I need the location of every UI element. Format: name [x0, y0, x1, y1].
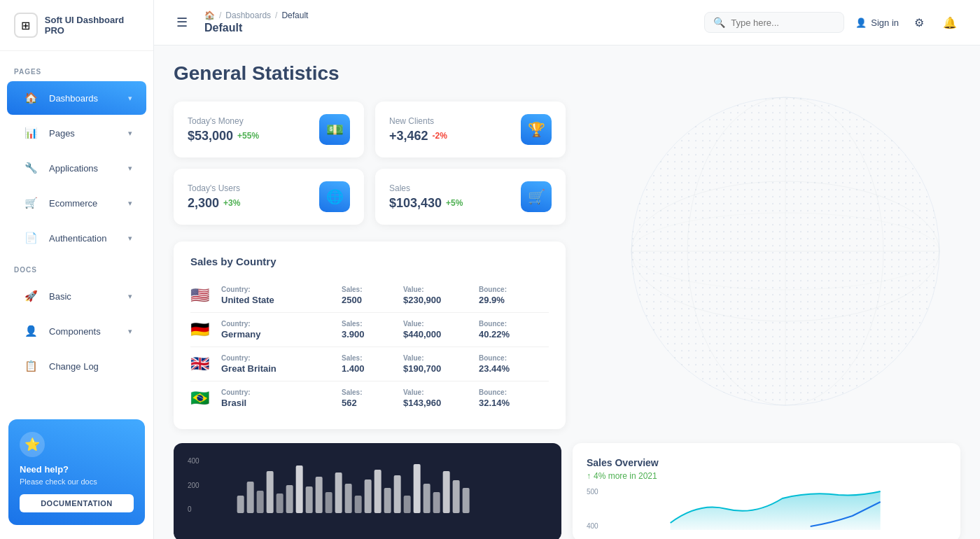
sidebar-item-components[interactable]: 👤 Components ▾ [7, 314, 146, 348]
svg-rect-21 [364, 479, 371, 513]
country-de-value: Value: $440,000 [403, 320, 473, 340]
svg-rect-19 [344, 484, 351, 513]
svg-rect-27 [423, 484, 430, 513]
svg-rect-31 [462, 488, 469, 513]
bar-chart-y-labels: 400 200 0 [188, 457, 200, 513]
country-de-info: Country: Germany [221, 320, 336, 340]
sign-in-label: Sign in [871, 18, 899, 28]
stat-card-sales: Sales $103,430 +5% 🛒 [375, 169, 566, 225]
sidebar-item-pages[interactable]: 📊 Pages ▾ [7, 116, 146, 150]
svg-rect-9 [246, 482, 253, 513]
stat-card-users: Today's Users 2,300 +3% 🌐 [174, 169, 364, 225]
user-icon: 👤 [855, 18, 867, 28]
flag-br: 🇧🇷 [190, 389, 216, 407]
sidebar-item-authentication[interactable]: 📄 Authentication ▾ [7, 221, 146, 255]
bar-chart-card: 400 200 0 [174, 443, 561, 539]
authentication-icon: 📄 [21, 228, 41, 248]
help-card-subtitle: Please check our docs [20, 477, 134, 486]
sidebar-section-docs: DOCS [0, 256, 153, 278]
help-card-star-icon: ⭐ [20, 432, 45, 457]
sidebar-item-changelog[interactable]: 📋 Change Log [7, 349, 146, 383]
sidebar-item-applications[interactable]: 🔧 Applications ▾ [7, 151, 146, 185]
stat-clients-label: New Clients [389, 116, 447, 126]
content-area: General Statistics Today's Money $53,000… [154, 46, 980, 539]
sidebar-item-ecommerce[interactable]: 🛒 Ecommerce ▾ [7, 186, 146, 220]
sidebar-item-dashboards-label: Dashboards [49, 93, 120, 104]
settings-button[interactable]: ⚙ [909, 12, 930, 33]
svg-rect-13 [286, 485, 293, 513]
flag-us: 🇺🇸 [190, 286, 216, 304]
country-br-sales: Sales: 562 [342, 388, 398, 408]
basic-chevron-icon: ▾ [128, 292, 132, 301]
bottom-charts-row: 400 200 0 [174, 443, 960, 539]
search-box[interactable]: 🔍 [704, 12, 844, 33]
stat-money-info: Today's Money $53,000 +55% [188, 116, 259, 144]
sidebar-item-basic-label: Basic [49, 291, 120, 302]
applications-icon: 🔧 [21, 158, 41, 178]
stat-money-badge: +55% [237, 131, 259, 141]
country-us-sales: Sales: 2500 [342, 286, 398, 305]
globe-decoration [610, 76, 974, 440]
svg-rect-23 [384, 488, 391, 513]
sidebar-item-basic[interactable]: 🚀 Basic ▾ [7, 279, 146, 313]
stat-card-money: Today's Money $53,000 +55% 💵 [174, 102, 364, 158]
svg-rect-15 [305, 486, 312, 513]
flag-gb: 🇬🇧 [190, 355, 216, 373]
search-input[interactable] [731, 18, 835, 28]
sales-chart-area: 500 400 [587, 488, 946, 530]
stat-sales-icon: 🛒 [521, 181, 552, 212]
notifications-button[interactable]: 🔔 [939, 12, 960, 33]
svg-rect-8 [237, 496, 244, 513]
svg-point-0 [631, 97, 939, 405]
changelog-icon: 📋 [21, 356, 41, 376]
sidebar: ⊞ Soft UI Dashboard PRO PAGES 🏠 Dashboar… [0, 0, 154, 539]
stat-users-icon: 🌐 [319, 181, 350, 212]
authentication-chevron-icon: ▾ [128, 234, 132, 243]
header: ☰ 🏠 / Dashboards / Default Default 🔍 👤 [154, 0, 980, 46]
sign-in-button[interactable]: 👤 Sign in [855, 18, 899, 28]
country-us-value: Value: $230,900 [403, 286, 473, 305]
svg-rect-24 [393, 475, 400, 513]
sidebar-item-authentication-label: Authentication [49, 233, 120, 244]
country-gb-info: Country: Great Britain [221, 354, 336, 374]
svg-rect-11 [266, 471, 273, 513]
hamburger-button[interactable]: ☰ [174, 12, 190, 33]
stat-sales-badge: +5% [446, 198, 463, 208]
sales-by-country-card: Sales by Country 🇺🇸 Country: United Stat… [174, 241, 566, 429]
country-row-gb: 🇬🇧 Country: Great Britain Sales: 1.400 V… [190, 347, 549, 382]
sidebar-logo: ⊞ Soft UI Dashboard PRO [0, 0, 153, 51]
sidebar-item-applications-label: Applications [49, 163, 120, 174]
stat-users-info: Today's Users 2,300 +3% [188, 183, 240, 211]
general-statistics-title: General Statistics [174, 62, 960, 85]
country-us-bounce: Bounce: 29.9% [479, 286, 549, 305]
svg-rect-29 [442, 471, 449, 513]
sidebar-item-dashboards[interactable]: 🏠 Dashboards ▾ [7, 81, 146, 115]
pages-chevron-icon: ▾ [128, 129, 132, 138]
components-chevron-icon: ▾ [128, 327, 132, 336]
sales-overview-subtitle: ↑ 4% more in 2021 [587, 471, 946, 481]
svg-point-4 [631, 181, 939, 321]
sidebar-section-pages: PAGES [0, 58, 153, 80]
documentation-button[interactable]: DOCUMENTATION [20, 494, 134, 512]
country-br-bounce: Bounce: 32.14% [479, 388, 549, 408]
bar-chart-area [204, 457, 547, 516]
main-area: ☰ 🏠 / Dashboards / Default Default 🔍 👤 [154, 0, 980, 539]
header-left: 🏠 / Dashboards / Default Default [204, 10, 308, 34]
sidebar-item-ecommerce-label: Ecommerce [49, 198, 120, 209]
svg-rect-18 [335, 472, 342, 513]
header-right: 🔍 👤 Sign in ⚙ 🔔 [704, 12, 960, 33]
svg-point-5 [631, 213, 939, 290]
breadcrumb-home-icon: 🏠 [204, 10, 215, 20]
search-icon: 🔍 [713, 17, 725, 28]
ecommerce-chevron-icon: ▾ [128, 199, 132, 208]
sales-overview-title: Sales Overview [587, 457, 946, 468]
stat-clients-badge: -2% [433, 131, 447, 141]
ecommerce-icon: 🛒 [21, 193, 41, 213]
breadcrumb-dashboards[interactable]: Dashboards [225, 10, 271, 20]
stat-users-value: 2,300 +3% [188, 196, 240, 211]
logo-icon: ⊞ [14, 13, 38, 38]
country-br-value: Value: $143,960 [403, 388, 473, 408]
content-wrapper: General Statistics Today's Money $53,000… [174, 62, 960, 539]
svg-rect-30 [452, 480, 459, 513]
country-de-sales: Sales: 3.900 [342, 320, 398, 340]
